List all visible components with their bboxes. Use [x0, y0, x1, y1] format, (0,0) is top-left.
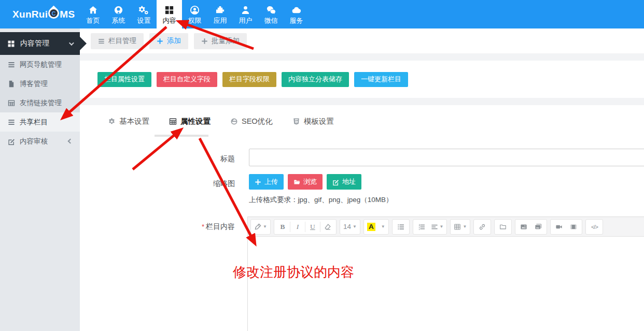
insert-table-button[interactable]: ▼ [452, 220, 469, 234]
sidebar-group-content-management[interactable]: 内容管理 [0, 32, 80, 55]
batch-add-button[interactable]: 批量添加 [194, 33, 247, 49]
apps-icon [215, 5, 225, 15]
code-group: </> [585, 219, 603, 235]
font-color-button[interactable]: A ▼ [365, 220, 387, 234]
font-size-button[interactable]: 14 ▼ [341, 220, 359, 234]
link-button[interactable] [475, 220, 489, 234]
nav-item-service[interactable]: 服务 [284, 0, 309, 28]
main-panel: 基本设置 属性设置 SEO优化 模板设置 标题 缩略图 上传 浏览 地址 [80, 105, 644, 331]
home-icon [88, 5, 98, 15]
sidebar-item-nav-management[interactable]: 网页导航管理 [0, 55, 80, 74]
table-icon [169, 118, 177, 125]
upload-format-hint: 上传格式要求：jpg、gif、png、jpeg（10MB） [249, 195, 393, 205]
plus-icon [201, 38, 208, 45]
browse-button[interactable]: 浏览 [288, 174, 323, 190]
chevron-down-icon: ▼ [263, 224, 267, 229]
sidebar-item-friend-links[interactable]: 友情链接管理 [0, 93, 80, 112]
code-view-button[interactable]: </> [587, 220, 601, 234]
content-split-table-button[interactable]: 内容独立分表储存 [282, 72, 349, 87]
insert-image-button[interactable] [516, 220, 531, 234]
image-icon [520, 223, 527, 231]
format-brush-button[interactable]: ▼ [252, 220, 269, 234]
unordered-list-icon [397, 223, 404, 231]
thumbnail-label: 缩略图 [80, 179, 235, 189]
film-button[interactable] [566, 220, 581, 234]
active-tab-indicator [155, 135, 208, 137]
sidebar-item-blog-management[interactable]: 博客管理 [0, 74, 80, 93]
page-toolbar: 栏目管理 添加 批量添加 [80, 28, 644, 53]
list-icon [98, 38, 105, 45]
address-button[interactable]: 地址 [327, 174, 361, 190]
browser-e-icon [230, 118, 238, 125]
tab-attribute-settings[interactable]: 属性设置 [169, 117, 211, 126]
nav-item-home[interactable]: 首页 [80, 0, 106, 28]
folder-button[interactable] [496, 220, 510, 234]
sidebar-item-shared-categories[interactable]: 共享栏目 [0, 112, 80, 132]
action-buttons-panel: 栏目属性设置 栏目自定义字段 栏目字段权限 内容独立分表储存 一键更新栏目 [80, 61, 644, 98]
content-label: *栏目内容 [80, 222, 235, 232]
add-button[interactable]: 添加 [149, 33, 188, 49]
nav-item-settings[interactable]: 设置 [131, 0, 157, 28]
chevron-down-icon: ▼ [440, 224, 444, 229]
nav-item-user[interactable]: 用户 [233, 0, 258, 28]
file-icon [8, 80, 15, 88]
image-stack-icon [535, 223, 542, 231]
eraser-button[interactable] [320, 220, 335, 234]
file-group [494, 219, 512, 235]
grid-icon [7, 40, 15, 48]
category-attributes-button[interactable]: 栏目属性设置 [97, 72, 151, 87]
film-icon [570, 223, 577, 231]
category-field-permission-button[interactable]: 栏目字段权限 [222, 72, 276, 87]
image-library-button[interactable] [531, 220, 545, 234]
editor-toolbar: ▼ B I U 14 ▼ [248, 217, 644, 237]
nav-item-permission[interactable]: 权限 [182, 0, 207, 28]
title-input[interactable] [249, 149, 644, 166]
system-icon [114, 5, 123, 15]
table-icon [8, 99, 15, 107]
nav-item-wechat[interactable]: 微信 [258, 0, 284, 28]
logo-droplet-icon: C [46, 6, 62, 21]
edit-icon [332, 179, 339, 185]
link-group [473, 219, 491, 235]
ul-group [392, 219, 410, 235]
video-group [550, 219, 582, 235]
video-button[interactable] [552, 220, 566, 234]
topbar: XunRuiCMS 首页 系统 设置 内容 权限 应用 用户 [0, 0, 644, 28]
underline-button[interactable]: U [305, 220, 320, 234]
tab-template-settings[interactable]: 模板设置 [292, 117, 334, 126]
align-button[interactable]: ▼ [429, 220, 446, 234]
tab-basic-settings[interactable]: 基本设置 [108, 117, 149, 126]
editor-content-area[interactable] [248, 237, 644, 331]
font-color-group: A ▼ [363, 219, 389, 235]
settings-tabs: 基本设置 属性设置 SEO优化 模板设置 [108, 117, 334, 126]
wand-icon [254, 223, 261, 231]
ordered-list-button[interactable] [414, 220, 429, 234]
nav-item-content[interactable]: 内容 [157, 0, 182, 28]
italic-button[interactable]: I [290, 220, 305, 234]
plus-icon [255, 179, 261, 185]
service-icon [291, 5, 301, 15]
table-icon [454, 223, 461, 231]
nav-item-system[interactable]: 系统 [106, 0, 131, 28]
chevron-down-icon [69, 40, 74, 46]
chevron-left-icon [68, 139, 73, 144]
category-manage-button[interactable]: 栏目管理 [91, 33, 144, 49]
wechat-icon [266, 5, 276, 15]
sidebar: 内容管理 网页导航管理 博客管理 友情链接管理 共享栏目 内容审核 [0, 28, 80, 331]
sidebar-item-content-review[interactable]: 内容审核 [0, 132, 80, 151]
content-icon [164, 5, 174, 15]
bold-button[interactable]: B [275, 220, 290, 234]
one-key-update-button[interactable]: 一键更新栏目 [354, 72, 408, 87]
permission-icon [190, 5, 200, 15]
sidebar-group-label: 内容管理 [20, 39, 49, 48]
upload-button[interactable]: 上传 [249, 174, 284, 190]
list-align-group: ▼ [413, 219, 447, 235]
unordered-list-button[interactable] [394, 220, 408, 234]
app-logo: XunRuiCMS [0, 0, 80, 28]
tab-seo[interactable]: SEO优化 [230, 117, 273, 126]
nav-item-apps[interactable]: 应用 [207, 0, 233, 28]
logo-text-suffix: MS [60, 9, 75, 20]
category-custom-fields-button[interactable]: 栏目自定义字段 [157, 72, 217, 87]
title-label: 标题 [80, 154, 235, 164]
thumbnail-buttons: 上传 浏览 地址 [249, 174, 361, 190]
